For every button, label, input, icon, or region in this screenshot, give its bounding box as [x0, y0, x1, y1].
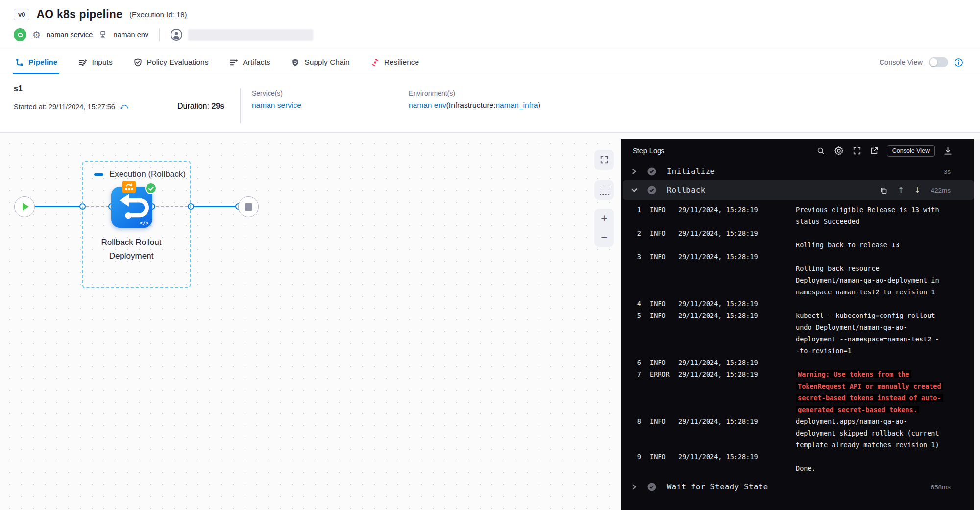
search-icon[interactable] [817, 147, 825, 155]
version-badge: v0 [14, 9, 29, 20]
log-message: TokenRequest API or manually created [796, 382, 943, 390]
open-in-new-icon[interactable] [870, 146, 879, 155]
log-line: 2 INFO 29/11/2024, 15:28:19 [621, 227, 980, 239]
log-line: Deployment/naman-qa-ao-deployment in [621, 274, 980, 286]
tab-pipeline[interactable]: Pipeline [15, 50, 57, 74]
expand-logs-icon[interactable] [853, 146, 861, 155]
log-line: namespace naman-test2 to revision 1 [621, 286, 980, 298]
pipeline-start-node[interactable] [14, 196, 35, 217]
log-message: generated secret-based tokens. [796, 406, 919, 413]
chevron-right-icon [631, 484, 641, 490]
inputs-icon [78, 58, 87, 67]
copy-logs-icon[interactable] [880, 187, 887, 194]
step-duration: 422ms [931, 187, 951, 194]
log-step-initialize[interactable]: Initialize 3s [623, 163, 974, 180]
log-timestamp: 29/11/2024, 15:28:19 [678, 370, 796, 378]
log-line: 1 INFO 29/11/2024, 15:28:19 Previous eli… [621, 204, 980, 216]
log-line: undo Deployment/naman-qa-ao- [621, 321, 980, 333]
log-message: kubectl --kubeconfig=config rollout [796, 312, 935, 319]
infrastructure-link[interactable]: naman_infra [495, 101, 538, 109]
log-timestamp: 29/11/2024, 15:28:19 [678, 253, 796, 261]
log-level: INFO [650, 359, 678, 366]
pipeline-icon [15, 58, 24, 67]
environments-label: Environment(s) [409, 89, 540, 97]
chevron-right-icon [631, 168, 641, 175]
log-line: deployment skipped rollback (current [621, 427, 980, 439]
rollout-badge-icon [122, 181, 136, 193]
log-line: 6 INFO 29/11/2024, 15:28:19 [621, 357, 980, 368]
log-message: Warning: Use tokens from the [796, 370, 911, 378]
rollback-log-output: 1 INFO 29/11/2024, 15:28:19 Previous eli… [621, 204, 980, 474]
pipeline-title: AO k8s pipeline [36, 8, 122, 21]
console-view-toggle[interactable] [929, 57, 948, 67]
log-message: status Succeeded [796, 218, 859, 225]
log-line-number: 9 [632, 453, 641, 461]
log-timestamp: 29/11/2024, 15:28:19 [678, 312, 796, 319]
divider [240, 88, 241, 123]
log-timestamp: 29/11/2024, 15:28:19 [678, 453, 796, 461]
log-message: Done. [796, 464, 816, 472]
console-view-label: Console View [880, 58, 923, 66]
log-settings-gear-icon[interactable] [833, 146, 844, 156]
log-line-number: 2 [632, 229, 641, 237]
cd-module-icon [14, 28, 26, 41]
log-line: 7 ERROR 29/11/2024, 15:28:19 Warning: Us… [621, 368, 980, 380]
step-duration: 658ms [931, 484, 951, 491]
log-line: 8 INFO 29/11/2024, 15:28:19 deployment.a… [621, 415, 980, 427]
tab-policy-evaluations[interactable]: Policy Evaluations [133, 50, 209, 74]
services-label: Service(s) [252, 89, 301, 97]
log-line: status Succeeded [621, 216, 980, 227]
log-line: -to-revision=1 [621, 345, 980, 357]
code-glyph: </> [140, 220, 148, 226]
resilience-chaos-icon [370, 58, 380, 67]
environment-name: naman env [113, 31, 148, 39]
log-timestamp: 29/11/2024, 15:28:19 [678, 229, 796, 237]
execution-history-icon[interactable]: ⤺ [119, 102, 128, 112]
policy-shield-icon [133, 58, 143, 67]
collapse-group-icon[interactable] [94, 173, 103, 176]
log-step-wait-for-steady-state[interactable]: Wait for Steady State 658ms [623, 478, 974, 496]
log-message: deployment skipped rollback (current [796, 429, 939, 437]
stage-name: s1 [14, 84, 23, 93]
tab-bar: Pipeline Inputs Policy Evaluations Artif… [0, 50, 980, 74]
tab-inputs[interactable]: Inputs [78, 50, 112, 74]
info-icon[interactable] [954, 58, 963, 67]
log-line-number: 6 [632, 359, 641, 366]
canvas-select-button[interactable] [594, 180, 614, 200]
log-message: Rolling back to release 13 [796, 241, 899, 249]
fullscreen-icon [600, 155, 609, 164]
log-level: ERROR [650, 370, 678, 378]
tab-supply-chain[interactable]: Supply Chain [291, 50, 349, 74]
step-node-label: Rollback Rollout Deployment [82, 236, 180, 263]
log-level: INFO [650, 253, 678, 261]
log-message: Rolling back resource [796, 265, 880, 272]
log-line: Rolling back resource [621, 263, 980, 274]
log-line: template already matches revision 1) [621, 439, 980, 451]
pipeline-end-node[interactable] [238, 196, 259, 217]
log-line-number: 3 [632, 253, 641, 261]
zoom-in-button[interactable]: + [601, 213, 607, 224]
tab-artifacts[interactable]: Artifacts [229, 50, 270, 74]
log-message: namespace naman-test2 to revision 1 [796, 288, 935, 296]
gear-icon: ⚙ [32, 29, 41, 41]
environment-link[interactable]: naman env [409, 101, 446, 109]
play-icon [23, 203, 29, 211]
log-scrollbar[interactable] [974, 139, 980, 510]
group-title: Execution (Rollback) [109, 170, 186, 179]
zoom-out-button[interactable]: − [601, 232, 607, 243]
log-line: 5 INFO 29/11/2024, 15:28:19 kubectl --ku… [621, 310, 980, 321]
scroll-up-icon[interactable]: ↑ [898, 186, 904, 194]
log-message: deployment.apps/naman-qa-ao- [796, 417, 907, 425]
console-view-button[interactable]: Console View [887, 145, 935, 157]
canvas-fullscreen-button[interactable] [594, 150, 614, 170]
log-step-rollback[interactable]: Rollback ↑ ↓ 422ms [623, 180, 974, 200]
rollback-step-node[interactable]: </> [111, 187, 152, 228]
scroll-down-icon[interactable]: ↓ [914, 186, 921, 194]
redacted-trigger-info [188, 29, 313, 41]
tab-resilience[interactable]: Resilience [370, 50, 419, 74]
divider [159, 28, 160, 41]
service-link[interactable]: naman service [252, 101, 301, 110]
log-timestamp: 29/11/2024, 15:28:19 [678, 417, 796, 425]
download-logs-icon[interactable] [943, 146, 953, 156]
log-message: deployment --namespace=naman-test2 - [796, 335, 939, 343]
